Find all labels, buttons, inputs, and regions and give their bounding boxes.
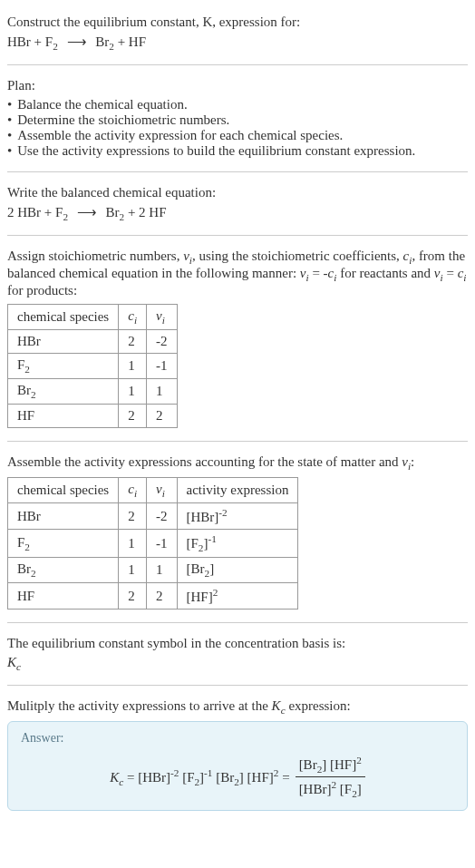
kc-expression: Kc = [HBr]-2 [F2]-1 [Br2] [HF]2 = [Br2] … [21, 753, 454, 801]
stoich-section: Assign stoichiometric numbers, νi, using… [7, 241, 468, 435]
table-row: HF22 [8, 405, 178, 428]
bullet-icon: • [7, 143, 12, 159]
prompt-section: Construct the equilibrium constant, K, e… [7, 7, 468, 59]
cell: 1 [147, 379, 178, 405]
divider [7, 441, 468, 442]
fraction: [Br2] [HF]2 [HBr]2 [F2] [296, 753, 365, 801]
divider [7, 622, 468, 623]
cell: HF [8, 583, 119, 610]
cell: HF [8, 405, 119, 428]
divider [7, 235, 468, 236]
divider [7, 685, 468, 686]
t: Assign stoichiometric numbers, [7, 249, 183, 263]
cell: HBr [8, 330, 119, 354]
cell: 2 [147, 583, 178, 610]
denominator: [HBr]2 [F2] [296, 777, 365, 801]
table-header-row: chemical species ci νi activity expressi… [8, 478, 298, 503]
table-row: Br211[Br2] [8, 558, 298, 583]
cell: -1 [147, 354, 178, 379]
cell: -1 [147, 530, 178, 558]
numerator: [Br2] [HF]2 [296, 753, 365, 776]
unbalanced-equation: HBr + F2 ⟶ Br2 + HF [7, 34, 468, 52]
activity-table: chemical species ci νi activity expressi… [7, 477, 298, 610]
plan-text: Assemble the activity expression for eac… [17, 128, 343, 143]
t: , using the stoichiometric coefficients, [192, 249, 403, 263]
cell: Br2 [8, 379, 119, 405]
multiply-line: Mulitply the activity expressions to arr… [7, 698, 468, 716]
col-ci: ci [119, 478, 147, 503]
prompt-pre: Construct the equilibrium constant, K, e… [7, 15, 300, 29]
plan-text: Use the activity expressions to build th… [17, 143, 415, 159]
cell: [Br2] [177, 558, 298, 583]
cell: 2 [119, 583, 147, 610]
basis-section: The equilibrium constant symbol in the c… [7, 629, 468, 679]
stoich-heading: Assign stoichiometric numbers, νi, using… [7, 249, 468, 298]
cell: 1 [119, 354, 147, 379]
answer-label: Answer: [21, 731, 454, 746]
plan-item: •Use the activity expressions to build t… [7, 143, 468, 159]
prompt-line1: Construct the equilibrium constant, K, e… [7, 15, 468, 30]
table-header-row: chemical species ci νi [8, 305, 178, 330]
t: for reactants and [336, 266, 433, 280]
t: expression: [286, 698, 351, 713]
plan-item: •Determine the stoichiometric numbers. [7, 112, 468, 128]
plan-item: •Balance the chemical equation. [7, 97, 468, 112]
multiply-section: Mulitply the activity expressions to arr… [7, 691, 468, 818]
cell: 1 [119, 558, 147, 583]
cell: [F2]-1 [177, 530, 298, 558]
plan-section: Plan: •Balance the chemical equation. •D… [7, 71, 468, 166]
cell: 2 [119, 503, 147, 530]
plan-list: •Balance the chemical equation. •Determi… [7, 97, 468, 159]
plan-heading: Plan: [7, 78, 468, 93]
col-species: chemical species [8, 478, 119, 503]
basis-line1: The equilibrium constant symbol in the c… [7, 636, 468, 651]
cell: 1 [119, 530, 147, 558]
cell: 2 [119, 330, 147, 354]
col-activity: activity expression [177, 478, 298, 503]
cell: F2 [8, 354, 119, 379]
table-row: F21-1[F2]-1 [8, 530, 298, 558]
t: : [411, 454, 414, 469]
cell: [HF]2 [177, 583, 298, 610]
arrow-icon: ⟶ [77, 204, 97, 220]
divider [7, 64, 468, 65]
bullet-icon: • [7, 112, 12, 128]
divider [7, 171, 468, 172]
col-species: chemical species [8, 305, 119, 330]
balanced-equation: 2 HBr + F2 ⟶ Br2 + 2 HF [7, 204, 468, 222]
kc-symbol: Kc [7, 655, 468, 672]
table-row: HBr2-2 [8, 330, 178, 354]
col-vi: νi [147, 478, 178, 503]
cell: 1 [147, 558, 178, 583]
balanced-heading: Write the balanced chemical equation: [7, 185, 468, 200]
t: for products: [7, 283, 77, 297]
cell: 2 [119, 405, 147, 428]
balanced-section: Write the balanced chemical equation: 2 … [7, 178, 468, 229]
activity-section: Assemble the activity expressions accoun… [7, 447, 468, 617]
cell: HBr [8, 503, 119, 530]
cell: Br2 [8, 558, 119, 583]
cell: -2 [147, 503, 178, 530]
col-ci: ci [119, 305, 147, 330]
activity-heading: Assemble the activity expressions accoun… [7, 454, 468, 472]
t: Mulitply the activity expressions to arr… [7, 698, 272, 713]
col-vi: νi [147, 305, 178, 330]
arrow-icon: ⟶ [67, 34, 87, 50]
plan-text: Determine the stoichiometric numbers. [17, 112, 229, 128]
cell: 2 [147, 405, 178, 428]
kc-lhs: Kc = [HBr]-2 [F2]-1 [Br2] [HF]2 = [110, 767, 289, 787]
plan-item: •Assemble the activity expression for ea… [7, 128, 468, 143]
stoich-table: chemical species ci νi HBr2-2 F21-1 Br21… [7, 304, 178, 428]
bullet-icon: • [7, 97, 12, 112]
table-row: HBr2-2[HBr]-2 [8, 503, 298, 530]
cell: 1 [119, 379, 147, 405]
cell: F2 [8, 530, 119, 558]
cell: [HBr]-2 [177, 503, 298, 530]
cell: -2 [147, 330, 178, 354]
table-row: Br211 [8, 379, 178, 405]
bullet-icon: • [7, 128, 12, 143]
table-row: HF22[HF]2 [8, 583, 298, 610]
plan-text: Balance the chemical equation. [17, 97, 187, 112]
table-row: F21-1 [8, 354, 178, 379]
t: Assemble the activity expressions accoun… [7, 454, 402, 469]
